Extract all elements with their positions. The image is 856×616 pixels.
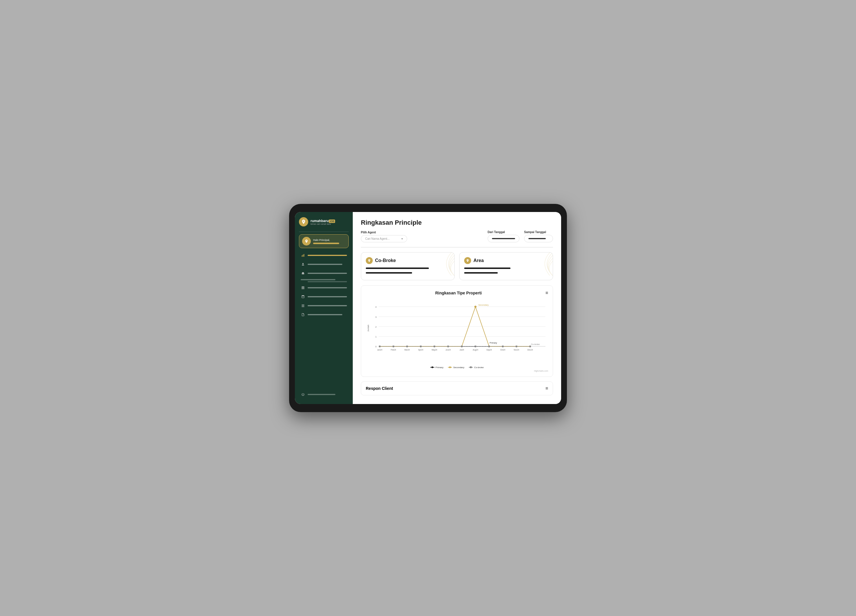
table-label <box>308 287 347 288</box>
respon-title: Respon Client <box>366 386 393 391</box>
dari-date-input[interactable] <box>488 235 519 242</box>
respon-menu-icon[interactable]: ≡ <box>545 386 548 391</box>
svg-rect-70 <box>474 345 476 347</box>
area-title: Area <box>473 258 484 263</box>
svg-text:Oct24: Oct24 <box>500 349 505 350</box>
svg-text:Sep24: Sep24 <box>487 349 492 351</box>
svg-rect-2 <box>304 254 305 257</box>
legend-primary-line <box>430 367 434 367</box>
legend-primary-label: Primary <box>436 366 443 369</box>
sidebar-item-calendar[interactable] <box>299 292 349 301</box>
svg-rect-67 <box>434 345 435 347</box>
svg-text:2: 2 <box>375 326 377 328</box>
svg-rect-64 <box>393 345 394 347</box>
logo-text: rumahbaru.CO teman cari rumah baru <box>311 219 335 225</box>
svg-text:Secondary: Secondary <box>478 303 489 306</box>
sampai-filter-group: Sampai Tanggal <box>524 230 553 242</box>
svg-rect-73 <box>516 345 517 347</box>
co-broke-icon <box>366 257 373 264</box>
svg-text:Dec24: Dec24 <box>528 349 533 350</box>
sidebar-group-1 <box>299 278 349 283</box>
sidebar-item-list[interactable] <box>299 301 349 310</box>
svg-text:Jun24: Jun24 <box>446 349 451 350</box>
sampai-label: Sampai Tanggal <box>524 230 553 233</box>
divider <box>361 247 553 247</box>
dari-label: Dari Tanggal <box>488 230 519 233</box>
svg-rect-66 <box>420 345 422 347</box>
legend-cobroke-label: Co-broke <box>474 366 483 369</box>
svg-text:Apr24: Apr24 <box>418 349 423 351</box>
svg-text:3: 3 <box>375 315 377 318</box>
svg-rect-63 <box>379 345 380 347</box>
svg-point-58 <box>474 306 476 307</box>
chart-title: Ringkasan Tipe Properti <box>371 290 545 295</box>
area-card-decoration <box>524 252 553 276</box>
chart-wrapper: 4 3 2 1 0 Jumlah Jan24 Feb24 Mar24 <box>366 299 548 372</box>
co-broke-card: Co-Broke <box>361 252 455 280</box>
legend-cobroke: Co-broke <box>469 366 483 369</box>
svg-text:1: 1 <box>375 335 377 338</box>
legend-cobroke-line <box>469 367 473 367</box>
profile-info: Halo Principal, <box>313 238 339 244</box>
svg-rect-11 <box>302 304 305 305</box>
sidebar-item-doc[interactable] <box>299 310 349 319</box>
svg-text:May24: May24 <box>431 349 437 351</box>
sidebar-item-profile[interactable] <box>299 260 349 269</box>
svg-text:Jan24: Jan24 <box>377 349 382 350</box>
logo-tagline: teman cari rumah baru <box>311 223 335 225</box>
table-icon <box>301 286 305 290</box>
home-icon <box>301 271 305 276</box>
svg-text:Aug24: Aug24 <box>473 349 478 351</box>
page-title: Ringkasan Principle <box>361 219 553 226</box>
svg-text:0: 0 <box>375 345 377 348</box>
legend-primary: Primary <box>430 366 443 369</box>
dari-filter-group: Dari Tanggal <box>488 230 519 242</box>
svg-text:Jul24: Jul24 <box>460 349 464 350</box>
svg-text:Feb24: Feb24 <box>391 349 396 350</box>
chart-header: Ringkasan Tipe Properti ≡ <box>366 290 548 296</box>
svg-rect-74 <box>529 345 531 347</box>
area-icon <box>464 257 471 264</box>
co-broke-bar-2 <box>366 272 412 273</box>
highcharts-credit: Highcharts.com <box>366 370 548 372</box>
logout-label <box>308 394 336 395</box>
agent-filter-label: Pilih Agent <box>361 231 407 234</box>
co-broke-bar-1 <box>366 267 429 269</box>
cards-row: Co-Broke <box>361 252 553 280</box>
agent-filter-input[interactable]: Cari Nama Agent... ▾ <box>361 235 407 242</box>
sidebar-item-table[interactable] <box>299 283 349 292</box>
chart-menu-icon[interactable]: ≡ <box>545 290 548 296</box>
sidebar-item-home[interactable] <box>299 269 349 278</box>
agent-filter-group: Pilih Agent Cari Nama Agent... ▾ <box>361 231 407 242</box>
list-icon <box>301 303 305 308</box>
svg-text:4: 4 <box>375 306 377 308</box>
svg-rect-1 <box>303 255 303 257</box>
respon-section: Respon Client ≡ <box>361 381 553 395</box>
svg-text:Primary: Primary <box>490 341 497 344</box>
main-content: Ringkasan Principle Pilih Agent Cari Nam… <box>353 212 561 404</box>
svg-text:Nov24: Nov24 <box>514 349 519 350</box>
svg-rect-9 <box>302 289 303 289</box>
calendar-icon <box>301 294 305 299</box>
svg-rect-7 <box>302 288 303 289</box>
svg-rect-71 <box>488 345 490 347</box>
chevron-down-icon: ▾ <box>401 237 403 240</box>
chart-section: Ringkasan Tipe Properti ≡ 4 3 <box>361 286 553 377</box>
card-decoration <box>425 252 454 276</box>
sidebar-item-dashboard[interactable] <box>299 251 349 260</box>
person-icon <box>301 262 305 267</box>
svg-text:Mar24: Mar24 <box>405 349 410 350</box>
sidebar-profile[interactable]: Halo Principal, <box>299 234 349 248</box>
svg-rect-68 <box>447 345 449 347</box>
calendar-label <box>308 296 347 297</box>
respon-header: Respon Client ≡ <box>366 386 548 391</box>
area-card: Area <box>459 252 553 280</box>
sidebar-item-logout[interactable] <box>299 390 349 399</box>
sampai-date-input[interactable] <box>524 235 553 242</box>
logo: rumahbaru.CO teman cari rumah baru <box>299 217 349 226</box>
area-bar-2 <box>464 272 498 273</box>
legend-secondary-label: Secondary <box>453 366 464 369</box>
svg-rect-0 <box>302 255 302 257</box>
profile-progress-bar <box>313 243 339 244</box>
list-label <box>308 305 347 306</box>
